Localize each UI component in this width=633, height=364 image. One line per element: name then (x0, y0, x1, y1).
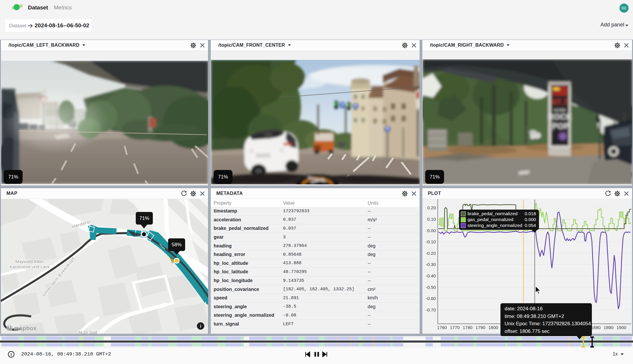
svg-text:0.10: 0.10 (427, 217, 436, 222)
svg-text:1880: 1880 (591, 325, 601, 330)
svg-text:1790: 1790 (475, 325, 485, 330)
svg-text:1890: 1890 (604, 325, 613, 330)
svg-text:0.20: 0.20 (427, 205, 436, 210)
svg-text:1900: 1900 (617, 325, 626, 330)
svg-text:-0.60: -0.60 (426, 296, 436, 301)
svg-text:-0.70: -0.70 (426, 307, 436, 312)
svg-text:-0.10: -0.10 (426, 239, 436, 244)
svg-text:-0.50: -0.50 (426, 285, 436, 290)
svg-text:1800: 1800 (488, 325, 498, 330)
svg-text:0.00: 0.00 (427, 228, 436, 233)
svg-text:1760: 1760 (437, 325, 447, 330)
svg-text:-0.30: -0.30 (426, 262, 436, 267)
svg-text:-0.40: -0.40 (426, 273, 436, 278)
svg-text:1770: 1770 (450, 325, 460, 330)
svg-text:-0.20: -0.20 (426, 251, 436, 256)
svg-text:1780: 1780 (463, 325, 473, 330)
